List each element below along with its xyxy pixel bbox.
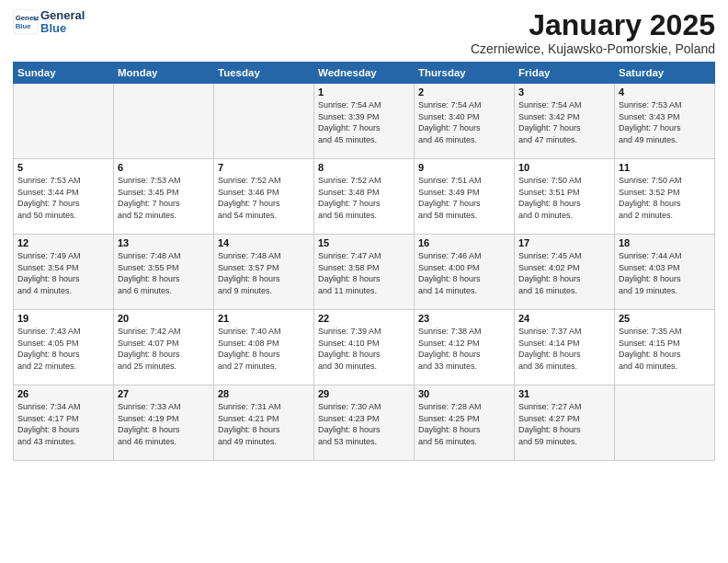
calendar-cell: 27Sunrise: 7:33 AM Sunset: 4:19 PM Dayli… bbox=[114, 385, 214, 461]
calendar-header-row: SundayMondayTuesdayWednesdayThursdayFrid… bbox=[14, 63, 715, 84]
calendar-cell: 12Sunrise: 7:49 AM Sunset: 3:54 PM Dayli… bbox=[14, 235, 114, 310]
day-header-thursday: Thursday bbox=[415, 63, 515, 84]
day-number: 6 bbox=[118, 162, 210, 173]
day-number: 17 bbox=[518, 237, 610, 248]
day-number: 14 bbox=[218, 237, 310, 248]
day-info: Sunrise: 7:45 AM Sunset: 4:02 PM Dayligh… bbox=[518, 250, 610, 296]
day-info: Sunrise: 7:54 AM Sunset: 3:42 PM Dayligh… bbox=[518, 99, 610, 145]
day-number: 10 bbox=[518, 162, 610, 173]
day-header-tuesday: Tuesday bbox=[214, 63, 314, 84]
day-info: Sunrise: 7:51 AM Sunset: 3:49 PM Dayligh… bbox=[418, 175, 510, 221]
day-number: 31 bbox=[518, 388, 610, 399]
day-info: Sunrise: 7:33 AM Sunset: 4:19 PM Dayligh… bbox=[118, 401, 210, 447]
calendar-cell: 24Sunrise: 7:37 AM Sunset: 4:14 PM Dayli… bbox=[515, 310, 615, 385]
logo-blue: Blue bbox=[40, 22, 85, 35]
calendar-cell: 29Sunrise: 7:30 AM Sunset: 4:23 PM Dayli… bbox=[314, 385, 415, 461]
day-number: 28 bbox=[218, 388, 310, 399]
day-number: 26 bbox=[17, 388, 109, 399]
day-info: Sunrise: 7:39 AM Sunset: 4:10 PM Dayligh… bbox=[318, 326, 410, 372]
day-info: Sunrise: 7:28 AM Sunset: 4:25 PM Dayligh… bbox=[418, 401, 510, 447]
calendar-cell: 26Sunrise: 7:34 AM Sunset: 4:17 PM Dayli… bbox=[14, 385, 114, 461]
logo-general: General bbox=[40, 9, 85, 22]
day-info: Sunrise: 7:46 AM Sunset: 4:00 PM Dayligh… bbox=[418, 250, 510, 296]
day-number: 12 bbox=[17, 237, 109, 248]
day-info: Sunrise: 7:48 AM Sunset: 3:57 PM Dayligh… bbox=[218, 250, 310, 296]
calendar-cell: 5Sunrise: 7:53 AM Sunset: 3:44 PM Daylig… bbox=[14, 159, 114, 235]
logo-text-block: General Blue bbox=[40, 9, 85, 36]
day-info: Sunrise: 7:47 AM Sunset: 3:58 PM Dayligh… bbox=[318, 250, 410, 296]
day-info: Sunrise: 7:48 AM Sunset: 3:55 PM Dayligh… bbox=[118, 250, 210, 296]
day-header-friday: Friday bbox=[515, 63, 615, 84]
week-row-4: 19Sunrise: 7:43 AM Sunset: 4:05 PM Dayli… bbox=[14, 310, 715, 385]
day-info: Sunrise: 7:31 AM Sunset: 4:21 PM Dayligh… bbox=[218, 401, 310, 447]
day-number: 18 bbox=[619, 237, 711, 248]
day-info: Sunrise: 7:53 AM Sunset: 3:45 PM Dayligh… bbox=[118, 175, 210, 221]
logo: General Blue General Blue bbox=[13, 9, 85, 36]
day-info: Sunrise: 7:44 AM Sunset: 4:03 PM Dayligh… bbox=[619, 250, 711, 296]
day-info: Sunrise: 7:34 AM Sunset: 4:17 PM Dayligh… bbox=[17, 401, 109, 447]
day-info: Sunrise: 7:53 AM Sunset: 3:43 PM Dayligh… bbox=[619, 99, 711, 145]
header: General Blue General Blue January 2025 C… bbox=[13, 9, 715, 56]
calendar-cell: 1Sunrise: 7:54 AM Sunset: 3:39 PM Daylig… bbox=[314, 84, 415, 159]
svg-text:Blue: Blue bbox=[16, 22, 32, 30]
day-info: Sunrise: 7:43 AM Sunset: 4:05 PM Dayligh… bbox=[17, 326, 109, 372]
day-info: Sunrise: 7:38 AM Sunset: 4:12 PM Dayligh… bbox=[418, 326, 510, 372]
calendar-cell: 30Sunrise: 7:28 AM Sunset: 4:25 PM Dayli… bbox=[415, 385, 515, 461]
calendar-cell: 14Sunrise: 7:48 AM Sunset: 3:57 PM Dayli… bbox=[214, 235, 314, 310]
day-info: Sunrise: 7:50 AM Sunset: 3:51 PM Dayligh… bbox=[518, 175, 610, 221]
day-number: 22 bbox=[318, 313, 410, 324]
day-header-monday: Monday bbox=[114, 63, 214, 84]
day-number: 9 bbox=[418, 162, 510, 173]
calendar-cell: 25Sunrise: 7:35 AM Sunset: 4:15 PM Dayli… bbox=[615, 310, 715, 385]
calendar-cell: 19Sunrise: 7:43 AM Sunset: 4:05 PM Dayli… bbox=[14, 310, 114, 385]
day-number: 8 bbox=[318, 162, 410, 173]
day-header-wednesday: Wednesday bbox=[314, 63, 415, 84]
day-info: Sunrise: 7:53 AM Sunset: 3:44 PM Dayligh… bbox=[17, 175, 109, 221]
day-number: 5 bbox=[17, 162, 109, 173]
week-row-5: 26Sunrise: 7:34 AM Sunset: 4:17 PM Dayli… bbox=[14, 385, 715, 461]
day-number: 16 bbox=[418, 237, 510, 248]
day-info: Sunrise: 7:50 AM Sunset: 3:52 PM Dayligh… bbox=[619, 175, 711, 221]
day-number: 21 bbox=[218, 313, 310, 324]
calendar-cell: 8Sunrise: 7:52 AM Sunset: 3:48 PM Daylig… bbox=[314, 159, 415, 235]
calendar-cell: 17Sunrise: 7:45 AM Sunset: 4:02 PM Dayli… bbox=[515, 235, 615, 310]
logo-icon: General Blue bbox=[13, 9, 39, 35]
day-number: 13 bbox=[118, 237, 210, 248]
calendar-cell bbox=[214, 84, 314, 159]
calendar-cell: 4Sunrise: 7:53 AM Sunset: 3:43 PM Daylig… bbox=[615, 84, 715, 159]
day-info: Sunrise: 7:42 AM Sunset: 4:07 PM Dayligh… bbox=[118, 326, 210, 372]
main-container: General Blue General Blue January 2025 C… bbox=[0, 0, 728, 470]
day-number: 4 bbox=[619, 86, 711, 98]
week-row-3: 12Sunrise: 7:49 AM Sunset: 3:54 PM Dayli… bbox=[14, 235, 715, 310]
day-info: Sunrise: 7:52 AM Sunset: 3:46 PM Dayligh… bbox=[218, 175, 310, 221]
day-number: 24 bbox=[518, 313, 610, 324]
calendar-cell: 31Sunrise: 7:27 AM Sunset: 4:27 PM Dayli… bbox=[515, 385, 615, 461]
day-info: Sunrise: 7:54 AM Sunset: 3:40 PM Dayligh… bbox=[418, 99, 510, 145]
calendar-cell: 21Sunrise: 7:40 AM Sunset: 4:08 PM Dayli… bbox=[214, 310, 314, 385]
day-number: 30 bbox=[418, 388, 510, 399]
calendar-cell: 23Sunrise: 7:38 AM Sunset: 4:12 PM Dayli… bbox=[415, 310, 515, 385]
day-info: Sunrise: 7:54 AM Sunset: 3:39 PM Dayligh… bbox=[318, 99, 410, 145]
calendar-cell: 18Sunrise: 7:44 AM Sunset: 4:03 PM Dayli… bbox=[615, 235, 715, 310]
day-number: 1 bbox=[318, 86, 410, 98]
day-number: 15 bbox=[318, 237, 410, 248]
title-block: January 2025 Czerniewice, Kujawsko-Pomor… bbox=[471, 9, 715, 56]
day-number: 23 bbox=[418, 313, 510, 324]
day-info: Sunrise: 7:40 AM Sunset: 4:08 PM Dayligh… bbox=[218, 326, 310, 372]
calendar-cell: 16Sunrise: 7:46 AM Sunset: 4:00 PM Dayli… bbox=[415, 235, 515, 310]
day-number: 2 bbox=[418, 86, 510, 98]
day-number: 19 bbox=[17, 313, 109, 324]
calendar-cell: 2Sunrise: 7:54 AM Sunset: 3:40 PM Daylig… bbox=[415, 84, 515, 159]
month-title: January 2025 bbox=[471, 9, 715, 41]
day-number: 3 bbox=[518, 86, 610, 98]
day-info: Sunrise: 7:35 AM Sunset: 4:15 PM Dayligh… bbox=[619, 326, 711, 372]
calendar-cell: 13Sunrise: 7:48 AM Sunset: 3:55 PM Dayli… bbox=[114, 235, 214, 310]
day-info: Sunrise: 7:52 AM Sunset: 3:48 PM Dayligh… bbox=[318, 175, 410, 221]
calendar-cell: 28Sunrise: 7:31 AM Sunset: 4:21 PM Dayli… bbox=[214, 385, 314, 461]
day-number: 7 bbox=[218, 162, 310, 173]
subtitle: Czerniewice, Kujawsko-Pomorskie, Poland bbox=[471, 41, 715, 56]
calendar-cell: 22Sunrise: 7:39 AM Sunset: 4:10 PM Dayli… bbox=[314, 310, 415, 385]
day-info: Sunrise: 7:37 AM Sunset: 4:14 PM Dayligh… bbox=[518, 326, 610, 372]
day-number: 20 bbox=[118, 313, 210, 324]
calendar-cell: 9Sunrise: 7:51 AM Sunset: 3:49 PM Daylig… bbox=[415, 159, 515, 235]
